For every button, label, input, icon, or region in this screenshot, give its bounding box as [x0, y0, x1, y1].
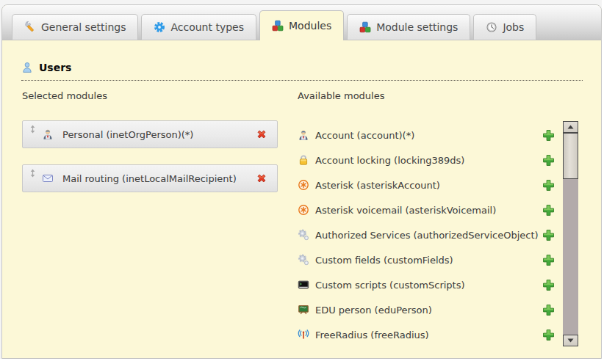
tab-label: Account types — [170, 21, 244, 33]
selected-module-item[interactable]: Personal (inetOrgPerson)(*) — [22, 120, 278, 148]
asterisk-icon — [298, 204, 309, 216]
tab-modules[interactable]: Modules — [259, 10, 344, 40]
module-label: Asterisk (asteriskAccount) — [315, 180, 440, 191]
terminal-icon — [298, 279, 309, 291]
chalkboard-icon — [298, 304, 309, 316]
businessman-icon — [42, 128, 54, 140]
triangle-up-icon — [567, 125, 574, 129]
add-module-button[interactable] — [542, 179, 555, 192]
add-module-button[interactable] — [542, 279, 555, 291]
available-module-item: EDU person (eduPerson) — [298, 297, 555, 322]
user-blue-icon — [21, 62, 33, 73]
remove-module-button[interactable] — [255, 128, 268, 141]
wrench-icon — [24, 21, 36, 33]
tab-label: Modules — [289, 20, 331, 32]
available-module-item: Authorized Services (authorizedServiceOb… — [298, 222, 555, 247]
scrollbar-thumb[interactable] — [563, 133, 578, 179]
add-module-button[interactable] — [542, 254, 555, 266]
module-label: Asterisk voicemail (asteriskVoicemail) — [315, 205, 496, 216]
available-module-item: Custom scripts (customScripts) — [298, 272, 555, 297]
selected-modules-label: Selected modules — [22, 90, 107, 101]
gears-gray-icon — [298, 254, 309, 266]
radius-icon — [298, 329, 309, 341]
businessman-icon — [298, 129, 309, 141]
available-module-item: Custom fields (customFields) — [298, 247, 555, 272]
section-header: Users — [21, 62, 583, 81]
selected-modules-list: Personal (inetOrgPerson)(*)Mail routing … — [22, 120, 278, 208]
available-modules-label: Available modules — [298, 90, 384, 101]
available-module-item: Asterisk voicemail (asteriskVoicemail) — [298, 197, 555, 222]
module-label: Authorized Services (authorizedServiceOb… — [315, 230, 539, 241]
tab-jobs[interactable]: Jobs — [473, 14, 536, 40]
tab-bar: General settingsAccount typesModulesModu… — [2, 5, 601, 40]
tab-label: Module settings — [376, 21, 458, 33]
scroll-up-button[interactable] — [563, 121, 578, 133]
mail-icon — [42, 172, 54, 184]
tab-module-settings[interactable]: Module settings — [347, 14, 470, 40]
module-label: Custom fields (customFields) — [315, 255, 453, 266]
section-title: Users — [39, 62, 71, 73]
module-label: FreeRadius (freeRadius) — [315, 330, 429, 341]
tab-label: General settings — [41, 21, 126, 33]
modules-cubes-icon — [272, 20, 284, 32]
settings-panel: General settingsAccount typesModulesModu… — [1, 4, 602, 359]
clock-icon — [486, 21, 497, 33]
add-module-button[interactable] — [542, 229, 555, 241]
drag-handle-icon[interactable] — [29, 125, 36, 134]
modules-cubes-icon — [359, 21, 371, 33]
add-module-button[interactable] — [542, 129, 555, 142]
add-module-button[interactable] — [542, 304, 555, 316]
scrollbar-track[interactable] — [563, 121, 578, 346]
available-module-item: Account locking (locking389ds) — [298, 148, 555, 172]
available-modules-list: Account (account)(*)Account locking (loc… — [298, 123, 555, 347]
bottom-margin-strip — [0, 359, 604, 364]
gear-blue-icon — [154, 21, 165, 33]
available-module-item: Asterisk (asteriskAccount) — [298, 172, 555, 197]
module-label: Account locking (locking389ds) — [315, 155, 464, 166]
module-label: Account (account)(*) — [315, 130, 414, 141]
available-module-item: FreeRadius (freeRadius) — [298, 322, 555, 347]
add-module-button[interactable] — [542, 154, 555, 167]
triangle-down-icon — [567, 338, 574, 343]
scroll-down-button[interactable] — [563, 335, 578, 346]
module-label: EDU person (eduPerson) — [315, 305, 432, 316]
tab-label: Jobs — [503, 21, 524, 33]
available-module-item: Account (account)(*) — [298, 123, 555, 148]
add-module-button[interactable] — [542, 204, 555, 216]
remove-module-button[interactable] — [255, 172, 268, 185]
selected-module-item[interactable]: Mail routing (inetLocalMailRecipient) — [22, 164, 278, 192]
tab-account-types[interactable]: Account types — [141, 14, 256, 40]
add-module-button[interactable] — [542, 329, 555, 341]
module-label: Mail routing (inetLocalMailRecipient) — [62, 173, 237, 184]
asterisk-icon — [298, 179, 309, 191]
tab-general-settings[interactable]: General settings — [12, 14, 138, 40]
module-label: Personal (inetOrgPerson)(*) — [62, 129, 193, 140]
module-label: Custom scripts (customScripts) — [315, 280, 465, 291]
drag-handle-icon[interactable] — [29, 169, 36, 178]
gears-gray-icon — [298, 229, 309, 241]
lock-icon — [298, 154, 309, 166]
